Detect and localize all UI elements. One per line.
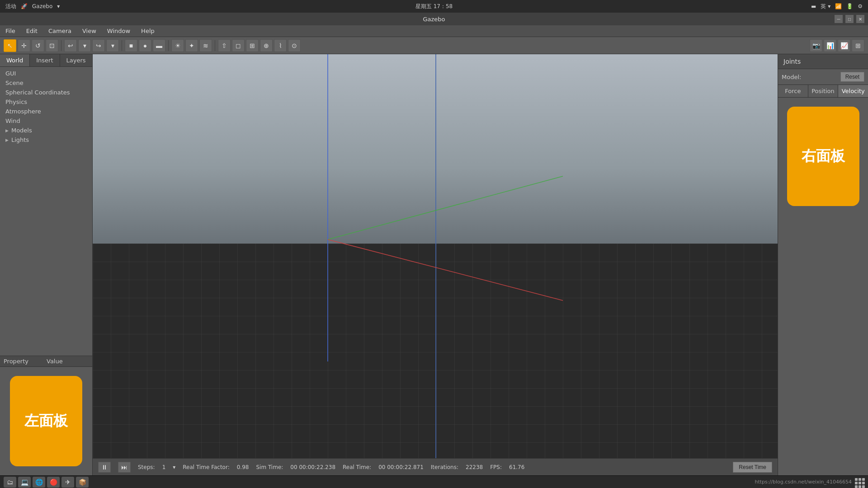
redo-button[interactable]: ↪	[92, 39, 105, 52]
rtf-value: 0.98	[237, 464, 249, 470]
menu-edit[interactable]: Edit	[24, 27, 39, 35]
lang-icon[interactable]: 英 ▾	[821, 3, 830, 10]
sim-time-label: Sim Time:	[256, 464, 283, 470]
taskbar-grid-icon[interactable]	[854, 477, 864, 488]
settings-icon[interactable]: ⚙	[858, 3, 863, 9]
activities-label[interactable]: 活动	[5, 3, 16, 10]
tree-item-spherical[interactable]: Spherical Coordinates	[0, 88, 92, 97]
status-bar: ⏸ ⏭ Steps: 1 ▾ Real Time Factor: 0.98 Si…	[93, 458, 778, 475]
joints-reset-button[interactable]: Reset	[840, 72, 864, 82]
steps-label: Steps:	[138, 464, 155, 470]
rotate-tool-button[interactable]: ↺	[32, 39, 44, 52]
sim-time-value: 00 00:00:22.238	[290, 464, 335, 470]
copy-button[interactable]: ⇧	[218, 39, 231, 52]
menu-file[interactable]: File	[4, 27, 17, 35]
rtf-label: Real Time Factor:	[183, 464, 229, 470]
app-chevron[interactable]: ▾	[57, 3, 60, 9]
iterations-label: Iterations:	[431, 464, 458, 470]
plot-button[interactable]: 📈	[838, 39, 850, 52]
screenshot-button[interactable]: 📷	[810, 39, 822, 52]
viewport[interactable]: ⏸ ⏭ Steps: 1 ▾ Real Time Factor: 0.98 Si…	[93, 54, 778, 475]
joints-model-label: Model:	[782, 74, 837, 80]
tree-item-atmosphere[interactable]: Atmosphere	[0, 107, 92, 116]
tree-item-wind[interactable]: Wind	[0, 116, 92, 126]
redo-dropdown[interactable]: ▾	[106, 39, 119, 52]
translate-tool-button[interactable]: ✛	[18, 39, 30, 52]
pause-button[interactable]: ⏸	[98, 462, 111, 473]
steps-value: 1	[162, 464, 166, 470]
system-time: 星期五 17：58	[415, 3, 453, 10]
box-tool-button[interactable]: ■	[125, 39, 137, 52]
taskbar-ide-icon[interactable]: 🔴	[47, 477, 60, 488]
tree-item-gui[interactable]: GUI	[0, 69, 92, 78]
joints-tab-position[interactable]: Position	[808, 85, 839, 97]
toolbar-sep-2	[122, 40, 122, 51]
taskbar: 🗂 💻 🌐 🔴 ✈ 📦 https://blog.csdn.net/weixin…	[0, 475, 868, 488]
taskbar-files-icon[interactable]: 🗂	[4, 477, 16, 488]
menu-camera[interactable]: Camera	[47, 27, 73, 35]
viewport-divider	[435, 54, 436, 458]
value-col-header: Value	[47, 358, 63, 365]
minimize-button[interactable]: ─	[835, 15, 843, 23]
joint-button[interactable]: ⌇	[274, 39, 287, 52]
step-button[interactable]: ⏭	[118, 462, 131, 473]
property-area: Property Value 左面板	[0, 356, 92, 475]
point-light-button[interactable]: ✦	[185, 39, 198, 52]
toolbar-right: 📷 📊 📈 ⊞	[810, 39, 864, 52]
iterations-value: 22238	[466, 464, 483, 470]
undo-button[interactable]: ↩	[64, 39, 77, 52]
joints-tab-velocity[interactable]: Velocity	[838, 85, 868, 97]
window-title: Gazebo	[423, 16, 445, 23]
sun-button[interactable]: ☀	[171, 39, 184, 52]
taskbar-app-icon[interactable]: 📦	[76, 477, 89, 488]
menu-view[interactable]: View	[80, 27, 98, 35]
title-bar-controls: ─ □ ✕	[835, 15, 864, 23]
real-time-value: 00 00:00:22.871	[378, 464, 424, 470]
toolbar: ↖ ✛ ↺ ⊡ ↩ ▾ ↪ ▾ ■ ● ▬ ☀ ✦ ≋ ⇧ ◻ ⊞ ⊕ ⌇ ⊙ …	[0, 37, 868, 54]
extra-button[interactable]: ⊙	[288, 39, 301, 52]
taskbar-terminal-icon[interactable]: 💻	[18, 477, 31, 488]
system-bar: 活动 🚀 Gazebo ▾ 星期五 17：58 ▬ 英 ▾ 📶 🔋 ⚙	[0, 0, 868, 13]
taskbar-email-icon[interactable]: ✈	[61, 477, 74, 488]
steps-dropdown[interactable]: ▾	[173, 464, 175, 470]
tree-item-lights[interactable]: Lights	[0, 135, 92, 145]
select-tool-button[interactable]: ↖	[4, 39, 16, 52]
app-name-label[interactable]: 🚀	[21, 3, 28, 9]
app-title[interactable]: Gazebo	[32, 3, 52, 9]
spot-light-button[interactable]: ≋	[199, 39, 212, 52]
taskbar-browser-icon[interactable]: 🌐	[33, 477, 45, 488]
toolbar-sep-1	[61, 40, 61, 51]
taskbar-url: https://blog.csdn.net/weixin_41046654	[755, 479, 852, 485]
sphere-tool-button[interactable]: ●	[139, 39, 151, 52]
grid-view-button[interactable]: ⊞	[852, 39, 864, 52]
tab-layers[interactable]: Layers	[60, 54, 93, 66]
menu-window[interactable]: Window	[105, 27, 132, 35]
tab-world[interactable]: World	[0, 54, 30, 66]
main-layout: World Insert Layers GUI Scene Spherical …	[0, 54, 868, 475]
right-panel-box: 右面板	[787, 107, 859, 206]
reset-time-button[interactable]: Reset Time	[733, 462, 772, 473]
joints-tab-force[interactable]: Force	[778, 85, 808, 97]
cylinder-tool-button[interactable]: ▬	[153, 39, 165, 52]
wifi-icon: 📶	[835, 3, 842, 9]
tree-item-physics[interactable]: Physics	[0, 97, 92, 107]
maximize-button[interactable]: □	[845, 15, 854, 23]
scale-tool-button[interactable]: ⊡	[46, 39, 58, 52]
tree-item-models[interactable]: Models	[0, 126, 92, 135]
fps-label: FPS:	[490, 464, 502, 470]
joints-model-row: Model: Reset	[778, 69, 868, 85]
title-bar: Gazebo ─ □ ✕	[0, 13, 868, 25]
menu-bar: File Edit Camera View Window Help	[0, 25, 868, 37]
tree-item-scene[interactable]: Scene	[0, 78, 92, 88]
close-button[interactable]: ✕	[856, 15, 864, 23]
log-button[interactable]: 📊	[824, 39, 836, 52]
align-button[interactable]: ⊞	[246, 39, 259, 52]
joints-header: Joints	[778, 54, 868, 69]
undo-dropdown[interactable]: ▾	[78, 39, 91, 52]
menu-help[interactable]: Help	[139, 27, 156, 35]
right-panel: Joints Model: Reset Force Position Veloc…	[778, 54, 868, 475]
paste-button[interactable]: ◻	[232, 39, 245, 52]
property-col-header: Property	[4, 358, 28, 365]
tab-insert[interactable]: Insert	[30, 54, 60, 66]
snap-button[interactable]: ⊕	[260, 39, 273, 52]
